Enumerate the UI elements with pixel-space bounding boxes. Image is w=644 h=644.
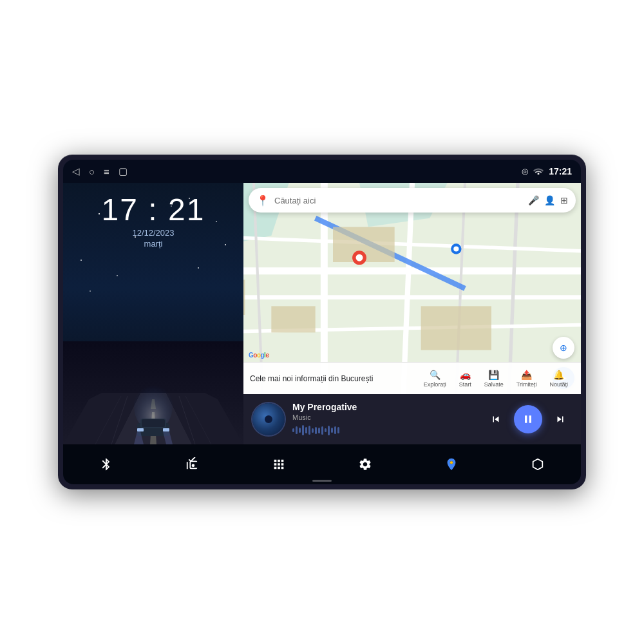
map-tab-share[interactable]: 📤 Trimiteți [510, 367, 544, 390]
waveform-bar-7 [312, 428, 314, 433]
map-search-bar[interactable]: 📍 Căutați aici 🎤 👤 ⊞ [249, 188, 576, 213]
waveform-bar-3 [299, 428, 301, 433]
status-indicators: ◎ 17:21 [522, 166, 572, 176]
map-info-bar: Cele mai noi informații din București 🔍 … [243, 362, 581, 394]
status-time: 17:21 [549, 166, 572, 176]
map-section[interactable]: 📍 Căutați aici 🎤 👤 ⊞ ⊕ ➤ [243, 183, 581, 394]
waveform-bar-1 [292, 428, 294, 432]
location-icon: ◎ [522, 167, 528, 176]
svg-point-38 [453, 246, 459, 251]
waveform-bar-13 [331, 428, 333, 433]
next-button[interactable] [549, 408, 572, 431]
music-info: My Prerogative Music [292, 402, 477, 437]
waveform-bar-14 [334, 426, 336, 434]
music-title: My Prerogative [292, 402, 477, 412]
mic-icon[interactable]: 🎤 [528, 195, 539, 205]
nav-back-icon[interactable]: ◁ [72, 166, 80, 177]
main-content: 17 : 21 12/12/2023 marți [63, 183, 581, 444]
map-tab-explore[interactable]: 🔍 Explorați [417, 367, 453, 390]
radio-button[interactable] [177, 449, 208, 480]
apps-button[interactable] [263, 449, 294, 480]
right-panel: 📍 Căutați aici 🎤 👤 ⊞ ⊕ ➤ [243, 183, 581, 444]
prev-button[interactable] [484, 408, 507, 431]
clock-date: 12/12/2023 [102, 228, 205, 238]
svg-rect-13 [142, 419, 165, 427]
grid-icon[interactable]: ⊞ [560, 195, 568, 205]
album-center [265, 415, 272, 423]
saved-label: Salvate [484, 381, 504, 388]
svg-rect-33 [271, 306, 315, 332]
map-tab-start[interactable]: 🚗 Start [453, 367, 478, 390]
home-indicator [312, 480, 332, 482]
map-locate-button[interactable]: ⊕ [553, 337, 574, 359]
bottom-taskbar [63, 444, 581, 484]
waveform-bar-12 [328, 426, 330, 435]
waveform-bar-6 [308, 426, 310, 435]
status-bar: ◁ ○ ≡ ▢ ◎ 17:21 [63, 160, 581, 183]
music-controls [484, 405, 572, 433]
device-screen: ◁ ○ ≡ ▢ ◎ 17:21 [63, 160, 581, 484]
start-label: Start [459, 381, 471, 388]
nav-home-icon[interactable]: ○ [89, 166, 95, 177]
music-player: My Prerogative Music [243, 394, 581, 444]
map-info-text: Cele mai noi informații din București [250, 374, 407, 383]
google-logo: Google [249, 352, 269, 359]
svg-point-36 [356, 254, 363, 261]
explore-icon: 🔍 [430, 370, 440, 380]
map-tab-news[interactable]: 🔔 Noutăți [543, 367, 574, 390]
waveform-bar-2 [296, 426, 298, 434]
clock-day: marți [102, 239, 205, 249]
car-infotainment-device: ◁ ○ ≡ ▢ ◎ 17:21 [58, 155, 586, 489]
left-panel: 17 : 21 12/12/2023 marți [63, 183, 243, 444]
wifi-icon [533, 167, 544, 176]
news-label: Noutăți [549, 381, 568, 388]
svg-rect-32 [421, 306, 491, 350]
bluetooth-button[interactable] [91, 449, 122, 480]
car-section [63, 249, 243, 444]
music-waveform [292, 424, 477, 437]
map-search-placeholder: Căutați aici [274, 196, 523, 205]
waveform-bar-4 [302, 425, 304, 435]
clock-section: 17 : 21 12/12/2023 marți [102, 183, 205, 249]
maps-pin-icon: 📍 [256, 194, 269, 207]
waveform-bar-10 [321, 426, 323, 435]
settings-button[interactable] [350, 449, 381, 480]
nav-buttons: ◁ ○ ≡ ▢ [72, 166, 128, 177]
crosshair-icon: ⊕ [560, 343, 567, 353]
svg-rect-14 [137, 428, 144, 431]
news-icon: 🔔 [553, 370, 564, 380]
share-label: Trimiteți [516, 381, 537, 388]
share-icon: 📤 [521, 370, 532, 380]
map-tabs: 🔍 Explorați 🚗 Start 💾 Salvate [417, 367, 574, 390]
map-search-actions: 🎤 👤 ⊞ [528, 195, 568, 205]
account-icon[interactable]: 👤 [544, 195, 555, 205]
saved-icon: 💾 [488, 370, 499, 380]
maps-button[interactable] [436, 449, 467, 480]
album-art [252, 403, 285, 435]
waveform-bar-11 [325, 428, 327, 432]
music-subtitle: Music [292, 413, 477, 421]
play-pause-button[interactable] [514, 405, 542, 433]
svg-rect-34 [243, 279, 245, 315]
svg-rect-15 [163, 428, 169, 431]
waveform-bar-9 [318, 428, 320, 433]
waveform-bar-15 [337, 427, 339, 433]
map-tab-saved[interactable]: 💾 Salvate [478, 367, 510, 390]
yi-button[interactable] [522, 449, 553, 480]
waveform-bar-8 [315, 427, 317, 434]
nav-recent-icon[interactable]: ▢ [118, 166, 128, 177]
waveform-bar-5 [305, 427, 307, 433]
explore-label: Explorați [424, 381, 446, 388]
start-icon: 🚗 [460, 370, 471, 380]
clock-time: 17 : 21 [102, 194, 205, 225]
nav-menu-icon[interactable]: ≡ [104, 166, 109, 177]
